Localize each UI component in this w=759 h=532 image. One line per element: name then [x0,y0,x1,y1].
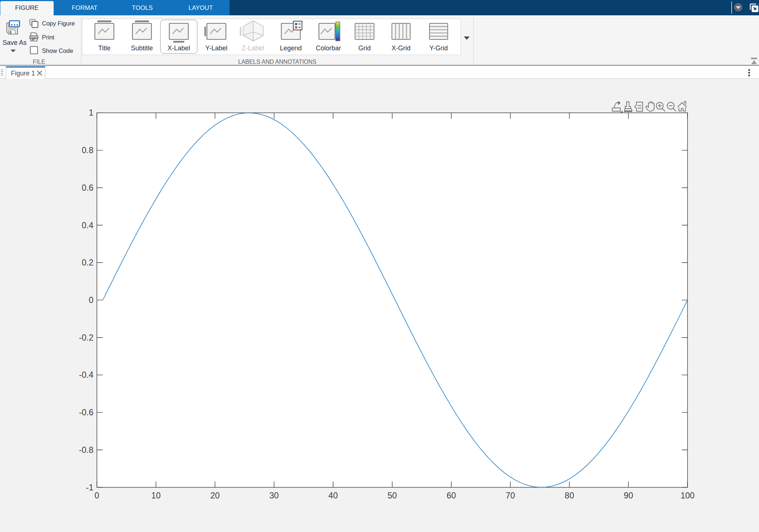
svg-text:10: 10 [151,491,161,500]
svg-text:0: 0 [89,295,93,305]
svg-text:0: 0 [95,491,99,500]
svg-text:-0.6: -0.6 [79,408,93,417]
svg-text:80: 80 [565,491,574,500]
svg-text:30: 30 [269,491,279,500]
svg-text:40: 40 [328,491,338,500]
svg-text:0.2: 0.2 [82,258,93,267]
svg-text:20: 20 [210,491,220,500]
svg-text:-0.2: -0.2 [79,333,93,342]
svg-text:-0.8: -0.8 [79,445,93,455]
svg-text:0.4: 0.4 [82,221,93,230]
svg-text:0.8: 0.8 [82,145,93,155]
svg-text:-1: -1 [86,483,93,492]
svg-text:90: 90 [624,491,633,500]
svg-text:70: 70 [506,491,515,500]
svg-text:0.6: 0.6 [82,183,93,193]
svg-text:50: 50 [388,491,397,500]
svg-text:60: 60 [447,491,456,500]
svg-text:-0.4: -0.4 [79,370,93,380]
svg-text:100: 100 [681,491,694,500]
svg-text:1: 1 [89,108,93,117]
